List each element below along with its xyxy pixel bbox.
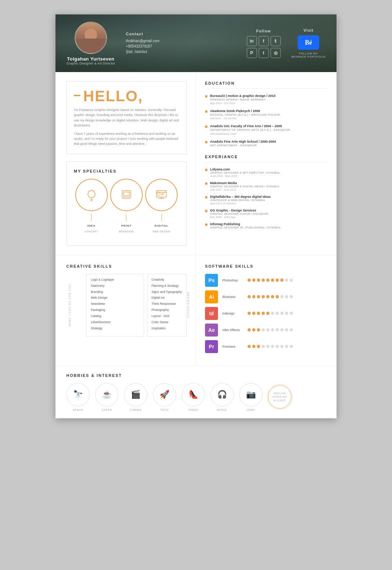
what-i-can-label: WHAT I CAN DO FOR YOU [68, 284, 71, 326]
specialty-line [161, 214, 162, 221]
experience-title: EXPERIANCE [205, 155, 328, 162]
person-title: Graphic Designer & Art Director [66, 62, 115, 65]
hobby-lomo: 📷 LOMO [239, 383, 263, 411]
person-name: Tolgahan Yurtseven [66, 56, 115, 62]
specialty-print: PRINT BRANDING [110, 179, 143, 233]
specialties-icons: IDEA CONCEPT PRINT BRA [74, 179, 179, 233]
exp-item-3: Digitalfabrika – 360 degree digital idea… [205, 195, 328, 205]
education-section: EDUCATION Bureau23 | motion & graphic de… [205, 81, 328, 147]
skill-planning: Planning & Strategy [152, 284, 182, 288]
creative-skills-section: CREATIVE SKILLS WHAT I CAN DO FOR YOU Lo… [55, 255, 196, 366]
language-text: ENGLISHUPPER INT.W.S.INST. [272, 392, 288, 402]
idea-label: IDEA [87, 224, 95, 227]
svg-point-0 [88, 191, 95, 198]
tech-label: TECH [160, 409, 169, 411]
space-icon: 🔭 [66, 383, 90, 406]
pr-icon: Pr [205, 340, 218, 353]
svg-line-6 [89, 191, 89, 191]
main-content: HELLO, I'm Freelance Graphic Designer ba… [55, 72, 337, 255]
svg-rect-8 [124, 192, 129, 196]
name-title: Tolgahan Yurtseven Graphic Designer & Ar… [66, 56, 115, 65]
skill-catalog: Catalog [91, 314, 139, 319]
hello-section: HELLO, I'm Freelance Graphic Designer ba… [66, 81, 187, 154]
exp-item-5: Infomag Publishing GRAPHIC DESIGNER JR. … [205, 222, 328, 229]
skills-col-left: Logo & Logotype Stationery Branding Web … [86, 274, 144, 337]
lomo-icon: 📷 [239, 383, 263, 406]
specialty-line [126, 214, 126, 221]
social-icons: in f 𝕥 P t ◎ [247, 36, 281, 58]
behance-icon[interactable]: Bé [298, 35, 319, 50]
contact-section: Contact tholkhan@gmail.com +905432379187… [126, 32, 239, 55]
sw-premiere: Pr Premiere [205, 340, 328, 353]
ai-icon: Ai [205, 290, 218, 303]
pinterest-icon[interactable]: P [247, 48, 257, 58]
specialty-idea: IDEA CONCEPT [75, 179, 108, 233]
pr-name: Premiere [222, 345, 248, 348]
skill-inspiration: Inspiration [152, 326, 182, 331]
skill-digital-art: Digital Art [152, 296, 182, 300]
skill-signs: Signs and Typography [152, 290, 182, 294]
left-column: HELLO, I'm Freelance Graphic Designer ba… [55, 72, 196, 255]
instagram-icon[interactable]: ◎ [271, 48, 281, 58]
ai-dots [248, 295, 293, 298]
education-title: EDUCATION [205, 81, 328, 89]
cinema-icon: 🎬 [124, 383, 147, 406]
coffe-icon: ☕ [95, 383, 119, 406]
exp-dot [205, 169, 208, 171]
hobby-tech: 🚀 TECH [153, 383, 176, 411]
ae-name: After Effects [222, 328, 248, 332]
svg-line-5 [94, 191, 94, 191]
svg-rect-14 [157, 193, 160, 195]
skill-color: Color Sense [152, 320, 182, 325]
exp-dot [205, 182, 208, 185]
right-column: EDUCATION Bureau23 | motion & graphic de… [196, 72, 337, 255]
edu-dot [205, 95, 208, 98]
skill-branding: Branding [91, 290, 139, 294]
tango-label: TANGO [188, 409, 199, 411]
experience-section: EXPERIANCE Lidyana.com GRAPHIC DESIGNER … [205, 155, 328, 229]
hobby-coffe: ☕ COFFE [95, 383, 119, 411]
digital-sublabel: WEB DESIGN [152, 230, 170, 233]
specialty-digital: DIGITAL WEB DESIGN [145, 179, 178, 233]
bio-text-2: I have 7 years of experience working as … [74, 131, 179, 147]
id-dots [248, 312, 293, 315]
edu-item-3: Anadolu Uni. Faculty of Fine Arts / 2004… [205, 124, 328, 135]
hello-dash [74, 95, 80, 96]
hobbies-icons: 🔭 SPACE ☕ COFFE 🎬 CINEMA 🚀 TECH 👠 TANGO … [66, 383, 326, 411]
hello-title: HELLO, [74, 89, 179, 104]
facebook-icon[interactable]: f [259, 36, 269, 46]
coffe-label: COFFE [102, 409, 112, 411]
skill-web: Web Design [91, 296, 139, 300]
software-skills-title: SOFTWARE SKILLS [205, 264, 328, 268]
hobbies-title: HOBBIES & INTEREST [66, 373, 326, 378]
ps-name: Photoshop [222, 279, 248, 282]
hobby-cinema: 🎬 CINEMA [124, 383, 147, 411]
header-section: Tolgahan Yurtseven Graphic Designer & Ar… [55, 14, 337, 72]
pr-dots [248, 345, 293, 348]
skill-advertisement: Advertisement [91, 320, 139, 325]
hobby-language: ENGLISHUPPER INT.W.S.INST. [268, 385, 291, 409]
hobby-music: 🎧 MUSIC [210, 383, 234, 411]
twitter-icon[interactable]: 𝕥 [271, 36, 281, 46]
tech-icon: 🚀 [153, 383, 176, 406]
exp-item-4: GG Graphic - Design Services GRAPHIC DES… [205, 209, 328, 219]
digital-icon [145, 179, 178, 211]
sw-illustrator: Ai Illustrator [205, 290, 328, 303]
cinema-label: CINEMA [130, 409, 142, 411]
ps-icon: Ps [205, 274, 218, 287]
music-label: MUSIC [217, 409, 227, 411]
edu-item-1: Bureau23 | motion & graphic design / 201… [205, 94, 328, 105]
id-name: Indesign [222, 312, 248, 315]
ae-icon: Ae [205, 324, 218, 337]
lomo-label: LOMO [246, 409, 255, 411]
edu-item-2: Akademia Sztuk Pięknych / 2008 WYDZIAŁ G… [205, 109, 328, 120]
location: Şişli, Istanbul [126, 50, 239, 54]
hobby-tango: 👠 TANGO [182, 383, 205, 411]
language-circle: ENGLISHUPPER INT.W.S.INST. [268, 385, 291, 409]
tumblr-icon[interactable]: t [259, 48, 269, 58]
skill-newsletter: Newsletter [91, 302, 139, 306]
skill-layout: Layout - Grid [152, 314, 182, 319]
bio-text-1: I'm Freelance Graphic Designer based on … [74, 107, 179, 128]
software-skills-section: SOFTWARE SKILLS Ps Photoshop Ai Illustra… [196, 255, 337, 366]
linkedin-icon[interactable]: in [247, 36, 257, 46]
